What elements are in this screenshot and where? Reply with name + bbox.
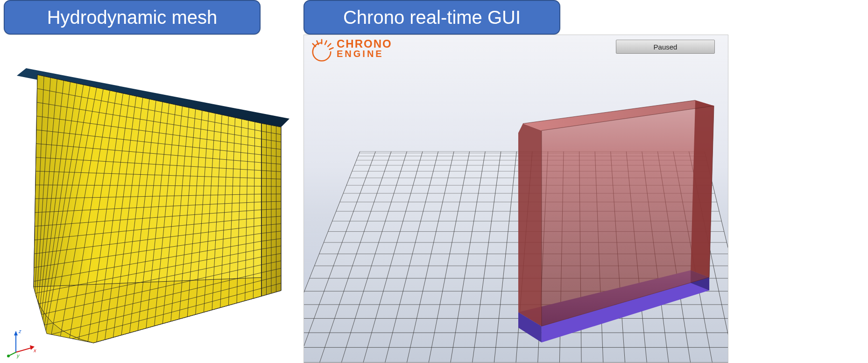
chrono-logo: CHRONO ENGINE — [309, 39, 392, 65]
svg-marker-142 — [518, 123, 542, 326]
svg-point-91 — [7, 355, 10, 357]
axis-x-label: x — [33, 348, 36, 353]
chrono-sun-icon — [309, 39, 335, 65]
title-hydrodynamic-mesh: Hydrodynamic mesh — [4, 0, 261, 35]
svg-line-147 — [325, 41, 327, 44]
logo-text-line2: ENGINE — [337, 50, 392, 58]
svg-line-149 — [330, 48, 333, 50]
axis-y-label: y — [16, 353, 20, 358]
hydrodynamic-mesh-view: z x y — [0, 35, 295, 363]
chrono-viewport[interactable]: CHRONO ENGINE Paused — [303, 35, 728, 363]
title-text-right: Chrono real-time GUI — [343, 7, 521, 28]
svg-line-90 — [9, 352, 16, 356]
title-chrono-gui: Chrono real-time GUI — [303, 0, 560, 35]
axis-z-label: z — [18, 328, 21, 334]
svg-line-148 — [328, 44, 331, 47]
svg-marker-87 — [14, 331, 18, 335]
pause-button-label: Paused — [654, 43, 677, 51]
chrono-scene-svg — [304, 35, 728, 363]
svg-line-88 — [16, 348, 32, 352]
mesh-svg — [0, 35, 295, 363]
figure-root: Hydrodynamic mesh Chrono real-time GUI — [0, 0, 868, 363]
pause-button[interactable]: Paused — [616, 40, 715, 54]
logo-text-line1: CHRONO — [337, 39, 392, 50]
title-text-left: Hydrodynamic mesh — [47, 7, 218, 28]
axis-triad: z x y — [7, 327, 39, 359]
